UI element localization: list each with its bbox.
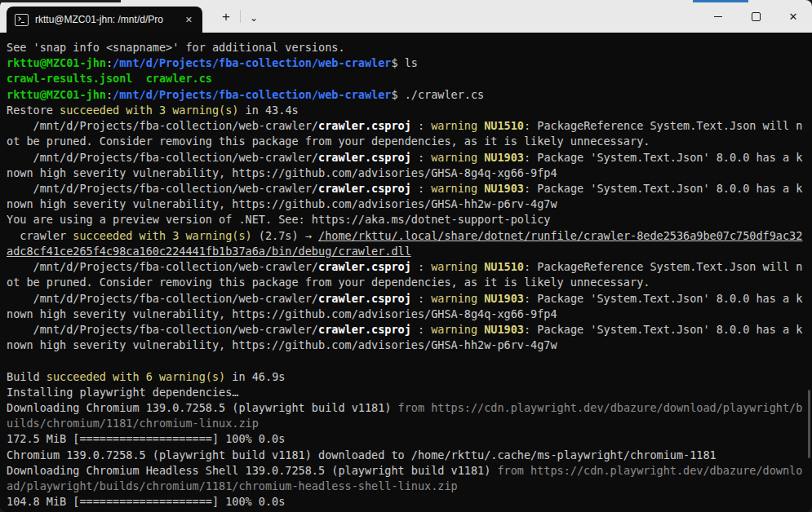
- terminal-output[interactable]: See 'snap info <snapname>' for additiona…: [0, 33, 812, 512]
- terminal-scrollbar-thumb[interactable]: [808, 390, 810, 458]
- close-button[interactable]: ✕: [774, 0, 812, 33]
- terminal-line: nown high severity vulnerability, https:…: [7, 307, 812, 322]
- terminal-line: Installing playwright dependencies…: [7, 385, 812, 400]
- terminal-line: /mnt/d/Projects/fba-collection/web-crawl…: [7, 181, 812, 196]
- minimize-button[interactable]: [699, 0, 737, 33]
- terminal-line: Downloading Chromium 139.0.7258.5 (playw…: [7, 400, 812, 416]
- terminal-line: ad/playwright/builds/chromium/1181/chrom…: [7, 479, 812, 494]
- terminal-line: rkttu@MZC01-jhn:/mnt/d/Projects/fba-coll…: [7, 55, 812, 71]
- terminal-line: [7, 353, 812, 369]
- minimize-icon: [714, 16, 722, 17]
- maximize-icon: [752, 12, 761, 21]
- tab-title: rkttu@MZC01-jhn: /mnt/d/Pro: [35, 14, 177, 25]
- terminal-line: /mnt/d/Projects/fba-collection/web-crawl…: [7, 291, 812, 307]
- title-bar: rkttu@MZC01-jhn: /mnt/d/Pro ✕ + ⌄: [0, 0, 812, 33]
- terminal-line: 172.5 MiB [====================] 100% 0.…: [7, 431, 812, 447]
- terminal-line: Restore succeeded with 3 warning(s) in 4…: [7, 103, 812, 118]
- terminal-line: /mnt/d/Projects/fba-collection/web-crawl…: [7, 322, 812, 338]
- close-icon: ✕: [789, 11, 798, 22]
- terminal-line: 104.8 MiB [====================] 100% 0.…: [7, 494, 812, 510]
- terminal-line: /mnt/d/Projects/fba-collection/web-crawl…: [7, 259, 812, 275]
- terminal-line: nown high severity vulnerability, https:…: [7, 166, 812, 181]
- tab-dropdown-button[interactable]: ⌄: [246, 12, 262, 24]
- terminal-window: rkttu@MZC01-jhn: /mnt/d/Pro ✕ + ⌄ ✕ See …: [0, 0, 812, 512]
- background-window-sliver-dark: [0, 0, 121, 2]
- terminal-line: rkttu@MZC01-jhn:/mnt/d/Projects/fba-coll…: [7, 87, 812, 103]
- terminal-line: nown high severity vulnerability, https:…: [7, 338, 812, 353]
- terminal-line: Chromium 139.0.7258.5 (playwright build …: [7, 448, 812, 463]
- command-prompt-icon: [15, 14, 29, 26]
- window-controls: ✕: [699, 0, 812, 33]
- terminal-line: Build succeeded with 6 warning(s) in 46.…: [7, 369, 812, 385]
- terminal-line: crawl-results.jsonl crawler.cs: [7, 71, 812, 86]
- terminal-line: nown high severity vulnerability, https:…: [7, 196, 812, 212]
- maximize-button[interactable]: [737, 0, 774, 33]
- terminal-line: /mnt/d/Projects/fba-collection/web-crawl…: [7, 118, 812, 134]
- terminal-line: /mnt/d/Projects/fba-collection/web-crawl…: [7, 150, 812, 166]
- terminal-line: uilds/chromium/1181/chromium-linux.zip: [7, 416, 812, 431]
- terminal-line: Downloading Chromium Headless Shell 139.…: [7, 463, 812, 479]
- tab-close-button[interactable]: ✕: [182, 13, 196, 27]
- terminal-tab[interactable]: rkttu@MZC01-jhn: /mnt/d/Pro ✕: [7, 7, 202, 33]
- terminal-line: ot be pruned. Consider removing this pac…: [7, 275, 812, 290]
- terminal-line: You are using a preview version of .NET.…: [7, 212, 812, 227]
- new-tab-button[interactable]: +: [217, 9, 235, 25]
- terminal-line: See 'snap info <snapname>' for additiona…: [7, 40, 812, 55]
- terminal-line: crawler succeeded with 3 warning(s) (2.7…: [7, 228, 812, 244]
- terminal-line: ot be pruned. Consider removing this pac…: [7, 134, 812, 149]
- tabbar-divider: [240, 10, 241, 23]
- terminal-line: adc8cf41ce265f4c98ca160c224441fb1b37a6a/…: [7, 244, 812, 259]
